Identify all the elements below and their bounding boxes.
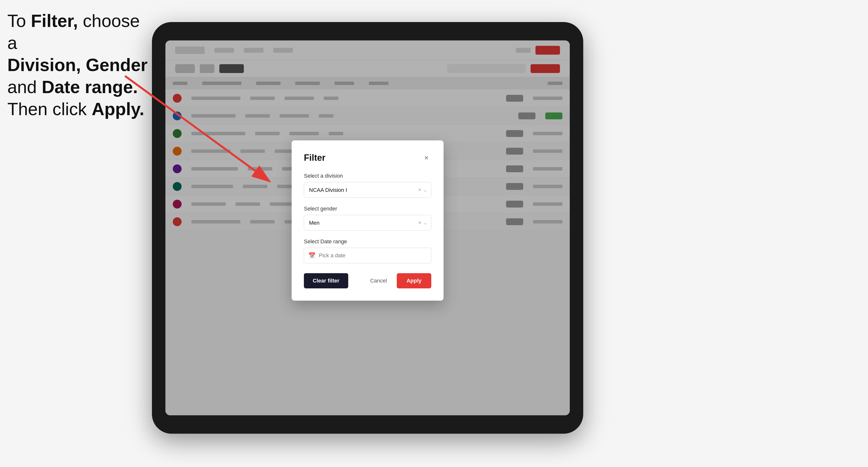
instruction-line1: To Filter, choose a (7, 10, 150, 54)
instruction-bold-apply: Apply. (92, 99, 144, 119)
division-select-wrapper[interactable]: NCAA Division I NCAA Division II NCAA Di… (304, 182, 431, 198)
tablet-screen: Filter × Select a division NCAA Division… (165, 40, 570, 415)
instruction-bold-date: Date range. (42, 77, 138, 97)
modal-backdrop: Filter × Select a division NCAA Division… (165, 40, 570, 415)
instruction-bold-filter: Filter, (31, 11, 78, 31)
modal-footer: Clear filter Cancel Apply (304, 273, 431, 288)
gender-label: Select gender (304, 206, 431, 212)
instruction-block: To Filter, choose a Division, Gender and… (7, 10, 150, 120)
division-label: Select a division (304, 173, 431, 179)
modal-title: Filter (304, 153, 326, 163)
date-label: Select Date range (304, 239, 431, 245)
cancel-button[interactable]: Cancel (365, 273, 392, 288)
clear-filter-button[interactable]: Clear filter (304, 273, 348, 288)
apply-button[interactable]: Apply (397, 273, 431, 288)
instruction-line2: Division, Gender (7, 54, 150, 76)
instruction-line4: Then click Apply. (7, 98, 150, 120)
instruction-line3: and Date range. (7, 76, 150, 98)
gender-select[interactable]: Men Women Mixed (304, 215, 431, 230)
gender-form-group: Select gender Men Women Mixed × ⌄ (304, 206, 431, 230)
date-form-group: Select Date range 📅 (304, 239, 431, 263)
date-input-wrapper[interactable]: 📅 (304, 248, 431, 263)
division-select[interactable]: NCAA Division I NCAA Division II NCAA Di… (304, 182, 431, 198)
tablet-device: Filter × Select a division NCAA Division… (152, 22, 583, 434)
calendar-icon: 📅 (308, 252, 316, 259)
modal-footer-right: Cancel Apply (365, 273, 431, 288)
gender-select-wrapper[interactable]: Men Women Mixed × ⌄ (304, 215, 431, 230)
filter-modal: Filter × Select a division NCAA Division… (291, 141, 443, 301)
modal-close-button[interactable]: × (422, 153, 431, 163)
modal-header: Filter × (304, 153, 431, 163)
date-input[interactable] (304, 248, 431, 263)
division-form-group: Select a division NCAA Division I NCAA D… (304, 173, 431, 198)
